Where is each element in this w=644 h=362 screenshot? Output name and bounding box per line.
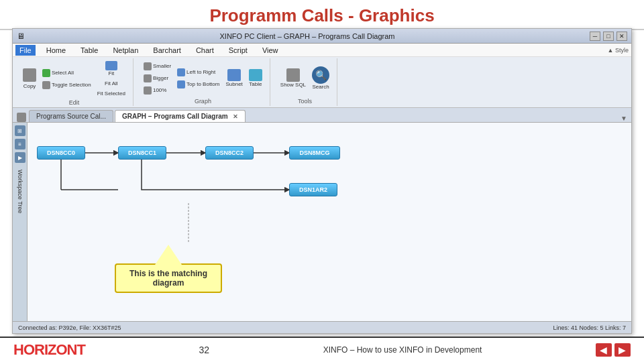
ribbon-table-btn[interactable]: Table [247, 68, 264, 88]
menu-script[interactable]: Script [225, 45, 252, 56]
node-dsn8cc0[interactable]: DSN8CC0 [37, 146, 85, 160]
maximize-button[interactable]: □ [603, 32, 614, 41]
bigger-icon [144, 74, 152, 82]
search-label: Search [312, 84, 329, 90]
style-label: ▲ Style [608, 47, 629, 54]
window-controls: ─ □ ✕ [590, 32, 627, 41]
node-dsn8cc2-label: DSN8CC2 [215, 149, 244, 156]
statusbar-right: Lines: 41 Nodes: 5 Links: 7 [553, 324, 626, 331]
ribbon-subnet-btn[interactable]: Subnet [223, 68, 244, 88]
bottom-caption: XINFO – How to use XINFO in Development [323, 345, 482, 355]
ribbon-togglesel-btn[interactable]: Toggle Selection [40, 80, 93, 90]
nav-next-button[interactable]: ▶ [614, 343, 631, 357]
subnet-icon [227, 69, 241, 81]
bigger-label: Bigger [153, 75, 168, 81]
tab-bar: Programs Source Cal... GRAPH – Programs … [13, 108, 631, 123]
search-icon: 🔍 [312, 66, 329, 84]
ribbon-ltr-btn[interactable]: Left to Right [175, 67, 221, 78]
tab-programs-source-label: Programs Source Cal... [36, 113, 106, 120]
logo-h: H [13, 341, 23, 358]
node-dsn1ar2-label: DSN1AR2 [299, 186, 327, 193]
ribbon-100-btn[interactable]: 100% [142, 85, 173, 96]
togglesel-icon [42, 81, 50, 89]
ribbon-tools-buttons: Show SQL 🔍 Search [278, 60, 331, 97]
sidebar-icon-1[interactable]: ⊞ [15, 125, 25, 136]
sidebar-icon-3[interactable]: ▶ [15, 152, 25, 163]
node-dsn1ar2[interactable]: DSN1AR2 [289, 183, 337, 196]
fit-label: Fit [108, 70, 114, 76]
ribbon-graph-buttons: Smaller Bigger 100% Left to Right [142, 60, 264, 97]
statusbar-left: Connected as: P392e, File: XX36T#25 [18, 324, 121, 331]
logo-o: O [23, 341, 34, 358]
close-button[interactable]: ✕ [616, 32, 627, 41]
minimize-button[interactable]: ─ [590, 32, 600, 41]
showsql-icon [286, 68, 300, 82]
tab-graph-label: GRAPH – Programs Call Diagram [122, 113, 228, 120]
menu-bar: File Home Table Netplan Barchart Chart S… [13, 44, 631, 57]
tab-programs-source[interactable]: Programs Source Cal... [29, 110, 113, 122]
tab-more-icon[interactable]: ▼ [621, 115, 627, 122]
window-title: XINFO PC Client – GRAPH – Programs Call … [25, 32, 590, 40]
sidebar-icon-2[interactable]: ≡ [15, 139, 25, 149]
table-icon [249, 69, 262, 81]
ribbon-ttb-btn[interactable]: Top to Bottom [175, 79, 221, 90]
ribbon-fitall-btn[interactable]: Fit All [103, 79, 120, 88]
ribbon-selectall-btn[interactable]: Select All [40, 68, 93, 78]
smaller-icon [144, 62, 152, 70]
togglesel-label: Toggle Selection [52, 82, 91, 88]
ribbon-fit-btn[interactable]: Fit [103, 60, 119, 78]
table-label: Table [249, 81, 262, 87]
zoom100-icon [144, 86, 152, 95]
ribbon-search-btn[interactable]: 🔍 Search [310, 65, 331, 91]
ribbon-group-tools: Show SQL 🔍 Search Tools [273, 58, 337, 106]
logo: HORIZONT [13, 341, 85, 359]
ribbon-graph-label: Graph [195, 98, 211, 105]
ttb-icon [177, 80, 185, 88]
menu-netplan[interactable]: Netplan [109, 45, 142, 56]
node-dsn8cc1[interactable]: DSN8CC1 [118, 146, 166, 160]
ltr-icon [177, 68, 185, 76]
selectall-icon [42, 69, 50, 77]
sidebar: ⊞ ≡ ▶ Workspace Tree [13, 123, 28, 321]
nav-buttons: ◀ ▶ [596, 343, 631, 357]
copy-icon [23, 68, 36, 82]
tab-nav-icon [17, 113, 26, 122]
title-bar: 🖥 XINFO PC Client – GRAPH – Programs Cal… [13, 29, 631, 44]
ribbon-bigger-btn[interactable]: Bigger [142, 73, 173, 84]
callout-bubble: This is the matching diagram [115, 263, 222, 293]
menu-chart[interactable]: Chart [192, 45, 218, 56]
menu-barchart[interactable]: Barchart [149, 45, 185, 56]
ribbon-smaller-btn[interactable]: Smaller [142, 61, 173, 72]
tab-close-icon[interactable]: ✕ [233, 113, 238, 120]
menu-view[interactable]: View [258, 45, 282, 56]
page-title: Programm Calls - Graphics [0, 0, 644, 30]
ribbon-copy-btn[interactable]: Copy [21, 67, 38, 90]
ribbon-edit-label: Edit [69, 99, 80, 106]
ltr-label: Left to Right [186, 69, 215, 75]
ribbon-fitsel-btn[interactable]: Fit Selected [95, 89, 127, 98]
sidebar-label: Workspace Tree [17, 170, 23, 213]
node-dsn8cc0-label: DSN8CC0 [47, 149, 75, 156]
callout-arrow [155, 245, 182, 265]
menu-file[interactable]: File [15, 45, 36, 56]
selectall-label: Select All [52, 70, 74, 76]
ttb-label: Top to Bottom [186, 81, 219, 87]
tab-graph-diagram[interactable]: GRAPH – Programs Call Diagram ✕ [115, 110, 246, 122]
diagram-area: DSN8CC0 DSN8CC1 DSN8CC2 DSN8MCG DSN1AR2 … [28, 123, 631, 321]
node-dsn8cc1-label: DSN8CC1 [128, 149, 156, 156]
nav-prev-button[interactable]: ◀ [596, 343, 612, 357]
window-icon: 🖥 [17, 32, 25, 41]
menu-home[interactable]: Home [42, 45, 70, 56]
ribbon-group-graph: Smaller Bigger 100% Left to Right [136, 58, 270, 106]
callout-text: This is the matching diagram [129, 269, 207, 288]
subnet-label: Subnet [225, 81, 242, 87]
node-dsn8cc2[interactable]: DSN8CC2 [205, 146, 254, 160]
bottom-bar: HORIZONT 32 XINFO – How to use XINFO in … [0, 337, 644, 362]
smaller-label: Smaller [153, 63, 171, 69]
node-dsn8mcg[interactable]: DSN8MCG [289, 146, 340, 160]
logo-rizont: RIZONT [34, 341, 85, 358]
ribbon-showsql-btn[interactable]: Show SQL [278, 67, 308, 89]
zoom100-label: 100% [153, 87, 166, 93]
copy-label: Copy [23, 83, 36, 89]
menu-table[interactable]: Table [76, 45, 102, 56]
